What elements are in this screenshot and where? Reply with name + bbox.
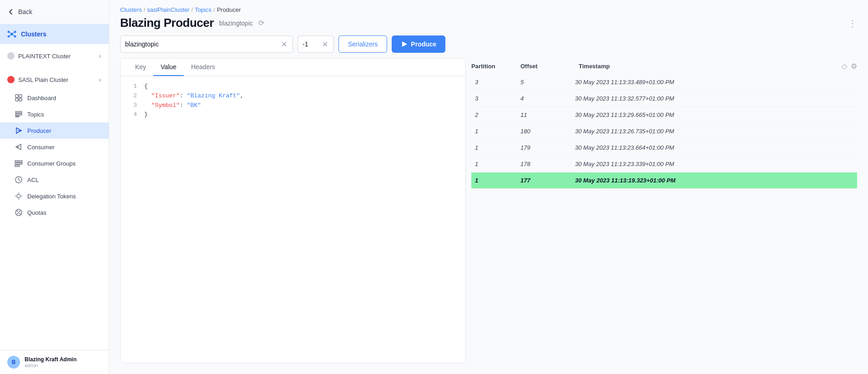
table-row[interactable]: 1 179 30 May 2023 11:13:23.664+01:00 PM (471, 140, 857, 156)
table-row[interactable]: 1 178 30 May 2023 11:13:23.339+01:00 PM (471, 156, 857, 172)
settings-icon[interactable]: ⚙ (851, 62, 857, 71)
svg-marker-33 (402, 41, 407, 47)
delegation-tokens-label: Delegation Tokens (27, 193, 76, 200)
results-icons: ◇ ⚙ (842, 62, 857, 71)
produce-label: Produce (411, 40, 436, 48)
table-row[interactable]: 1 177 30 May 2023 11:13:19.323+01:00 PM (471, 172, 857, 189)
sasl-nav-items: Dashboard Topics Producer (0, 88, 109, 222)
results-panel: Partition Offset Timestamp ◇ ⚙ 3 5 30 Ma… (471, 58, 857, 363)
sidebar-item-topics[interactable]: Topics (0, 106, 109, 122)
more-options-icon[interactable]: ⋮ (848, 18, 857, 29)
avatar: B (7, 356, 20, 369)
sidebar-item-dashboard[interactable]: Dashboard (0, 90, 109, 106)
sidebar-item-consumer[interactable]: Consumer (0, 139, 109, 155)
svg-rect-14 (15, 114, 22, 115)
cell-offset: 11 (520, 111, 575, 118)
sidebar-item-producer[interactable]: Producer (0, 122, 109, 139)
sidebar-item-acl[interactable]: ACL (0, 172, 109, 188)
svg-point-31 (17, 211, 18, 212)
topic-input[interactable] (125, 40, 280, 48)
results-list: 3 5 30 May 2023 11:13:33.489+01:00 PM 3 … (471, 74, 857, 363)
tab-headers[interactable]: Headers (184, 59, 222, 76)
table-row[interactable]: 2 11 30 May 2023 11:13:29.665+01:00 PM (471, 107, 857, 123)
cell-partition: 2 (475, 111, 520, 118)
plaintext-cluster-name: PLAINTEXT Cluster (18, 53, 95, 60)
svg-point-24 (17, 194, 20, 198)
breadcrumb-sasl[interactable]: saslPlainCluster (147, 6, 189, 13)
consumer-label: Consumer (27, 144, 55, 151)
svg-rect-10 (19, 95, 22, 97)
plaintext-chevron-icon: ∧ (98, 54, 101, 59)
cell-timestamp: 30 May 2023 11:13:32.577+01:00 PM (575, 95, 853, 102)
plaintext-cluster-header[interactable]: PLAINTEXT Cluster ∧ (0, 48, 109, 64)
sidebar-item-clusters[interactable]: Clusters (0, 24, 109, 44)
back-arrow-icon (7, 8, 15, 15)
consumer-groups-label: Consumer Groups (27, 160, 76, 167)
breadcrumb: Clusters / saslPlainCluster / Topics / P… (120, 6, 857, 13)
table-row[interactable]: 3 5 30 May 2023 11:13:33.489+01:00 PM (471, 74, 857, 91)
breadcrumb-current: Producer (217, 6, 241, 13)
user-info: Blazing Kraft Admin admin (25, 356, 76, 368)
user-name: Blazing Kraft Admin (25, 356, 76, 363)
topic-badge: blazingtopic (219, 20, 253, 27)
sasl-cluster-header[interactable]: SASL Plain Cluster ∨ (0, 71, 109, 88)
cell-partition: 3 (475, 79, 520, 86)
topic-clear-button[interactable]: ✕ (280, 39, 288, 50)
svg-rect-21 (15, 163, 22, 164)
editor-body[interactable]: 1 2 3 4 { "Issuer": "Blazing Kraft", "Sy… (121, 76, 465, 363)
producer-label: Producer (27, 127, 51, 134)
table-row[interactable]: 1 180 30 May 2023 11:13:26.735+01:00 PM (471, 123, 857, 140)
results-header: Partition Offset Timestamp ◇ ⚙ (471, 58, 857, 74)
quotas-label: Quotas (27, 209, 46, 216)
top-bar: Clusters / saslPlainCluster / Topics / P… (109, 0, 868, 16)
svg-rect-22 (15, 165, 20, 167)
produce-icon (401, 40, 408, 48)
sidebar-item-delegation-tokens[interactable]: Delegation Tokens (0, 188, 109, 204)
cell-offset: 5 (520, 79, 575, 86)
topics-label: Topics (27, 111, 44, 118)
cell-timestamp: 30 May 2023 11:13:29.665+01:00 PM (575, 111, 853, 118)
breadcrumb-clusters[interactable]: Clusters (120, 6, 142, 13)
svg-rect-11 (15, 98, 18, 101)
quotas-icon (15, 208, 23, 217)
cell-partition: 1 (475, 128, 520, 135)
sidebar-item-consumer-groups[interactable]: Consumer Groups (0, 155, 109, 172)
tab-value[interactable]: Value (153, 59, 184, 76)
cell-offset: 180 (520, 128, 575, 135)
page-title: Blazing Producer (120, 16, 214, 30)
sidebar-item-quotas[interactable]: Quotas (0, 204, 109, 221)
delegation-tokens-icon (15, 192, 23, 200)
diamond-icon[interactable]: ◇ (842, 62, 847, 71)
serializers-button[interactable]: Serializers (338, 35, 387, 53)
col-header-timestamp: Timestamp (579, 63, 838, 70)
svg-rect-15 (15, 116, 19, 117)
cell-offset: 4 (520, 95, 575, 102)
back-button[interactable]: Back (0, 0, 109, 24)
breadcrumb-topics[interactable]: Topics (195, 6, 212, 13)
toolbar: ✕ ✕ Serializers Produce (109, 35, 868, 58)
partition-clear-button[interactable]: ✕ (321, 39, 329, 50)
acl-label: ACL (27, 177, 39, 183)
content-area: Key Value Headers 1 2 3 4 { "Issuer": "B… (109, 58, 868, 374)
editor-tabs: Key Value Headers (121, 59, 465, 76)
consumer-icon (15, 143, 23, 151)
tab-key[interactable]: Key (128, 59, 153, 76)
editor-panel: Key Value Headers 1 2 3 4 { "Issuer": "B… (120, 58, 466, 363)
partition-input[interactable] (303, 40, 321, 48)
line-numbers: 1 2 3 4 (128, 82, 137, 357)
svg-rect-9 (15, 95, 18, 97)
cell-timestamp: 30 May 2023 11:13:23.339+01:00 PM (575, 161, 853, 167)
cell-offset: 179 (520, 144, 575, 151)
table-row[interactable]: 3 4 30 May 2023 11:13:32.577+01:00 PM (471, 91, 857, 107)
refresh-icon[interactable]: ⟳ (258, 19, 264, 27)
sidebar-footer: B Blazing Kraft Admin admin (0, 350, 109, 374)
code-content: { "Issuer": "Blazing Kraft", "Symbol": "… (144, 82, 458, 357)
col-header-offset: Offset (520, 63, 575, 70)
cell-offset: 177 (520, 177, 575, 184)
producer-icon (15, 126, 23, 135)
page-header: Blazing Producer blazingtopic ⟳ ⋮ (109, 16, 868, 35)
acl-icon (15, 176, 23, 184)
produce-button[interactable]: Produce (392, 35, 445, 53)
back-label: Back (18, 8, 32, 15)
partition-input-wrapper: ✕ (298, 35, 334, 53)
